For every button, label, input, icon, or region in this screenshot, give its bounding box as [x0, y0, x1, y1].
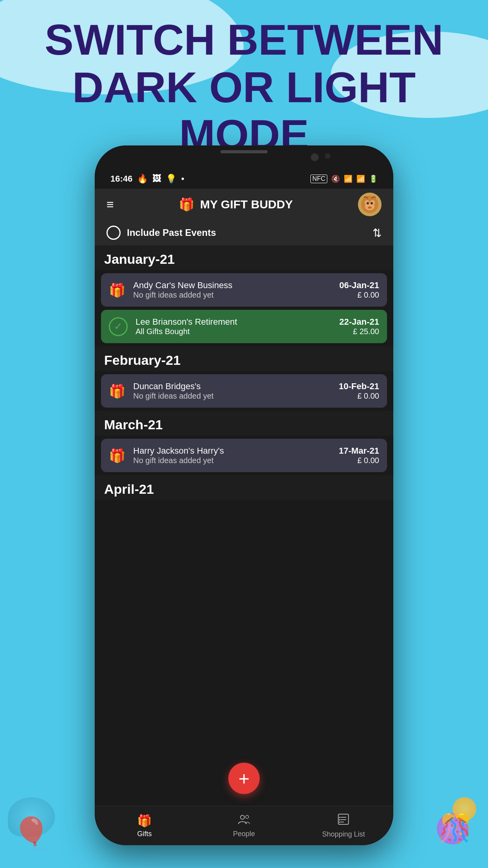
status-icon-image: 🖼	[152, 174, 161, 184]
event-date-lee: 22-Jan-21	[339, 317, 379, 327]
camera-dot-1	[311, 153, 319, 161]
event-name-andy: Andy Car's New Business	[133, 280, 331, 291]
nav-gifts[interactable]: 🎁 Gifts	[95, 814, 194, 838]
section-feb: February-21	[95, 346, 393, 371]
event-date-duncan: 10-Feb-21	[339, 381, 379, 392]
status-bar: 16:46 🔥 🖼 💡 • NFC 🔇 📶 📶 🔋	[95, 169, 393, 189]
event-sub-andy: No gift ideas added yet	[133, 291, 331, 300]
svg-rect-15	[339, 822, 340, 823]
status-mute: 🔇	[331, 175, 340, 183]
fab-add-button[interactable]: +	[228, 763, 260, 794]
section-mar: March-21	[95, 411, 393, 436]
avatar-squirrel	[360, 195, 380, 214]
event-gift-icon-andy: 🎁	[109, 282, 125, 298]
nav-shopping-icon	[338, 813, 349, 828]
event-card-duncan[interactable]: 🎁 Duncan Bridges's No gift ideas added y…	[101, 374, 387, 408]
svg-point-7	[240, 815, 244, 819]
event-card-andy[interactable]: 🎁 Andy Car's New Business No gift ideas …	[101, 273, 387, 307]
decor-balloon-right: 🎊	[438, 812, 472, 844]
status-signal: 📶	[356, 175, 365, 183]
filter-bar: Include Past Events ⇅	[95, 220, 393, 245]
event-name-duncan: Duncan Bridges's	[133, 381, 331, 392]
event-info-andy: Andy Car's New Business No gift ideas ad…	[133, 280, 331, 300]
app-header: ≡ 🎁 MY GIFT BUDDY	[95, 189, 393, 220]
user-avatar[interactable]	[358, 193, 382, 216]
notch-cameras	[311, 153, 330, 161]
app-logo-gift: 🎁	[179, 197, 194, 212]
decor-balloon-left: 🎈	[12, 815, 51, 852]
nav-people-icon	[238, 814, 250, 828]
event-amount-duncan: £ 0.00	[339, 392, 379, 401]
svg-rect-14	[339, 819, 340, 820]
event-right-harry: 17-Mar-21 £ 0.00	[339, 446, 379, 465]
nav-people[interactable]: People	[194, 814, 294, 838]
status-right: NFC 🔇 📶 📶 🔋	[310, 175, 378, 183]
events-list: January-21 🎁 Andy Car's New Business No …	[95, 245, 393, 845]
svg-rect-13	[339, 817, 340, 818]
status-icon-bulb: 💡	[166, 174, 176, 184]
notch-bar	[220, 150, 268, 153]
event-sub-harry: No gift ideas added yet	[133, 456, 331, 465]
menu-button[interactable]: ≡	[106, 197, 114, 212]
app-title: 🎁 MY GIFT BUDDY	[179, 197, 293, 212]
event-name-lee: Lee Brianson's Retirement	[136, 317, 331, 327]
event-sub-duncan: No gift ideas added yet	[133, 392, 331, 401]
event-info-duncan: Duncan Bridges's No gift ideas added yet	[133, 381, 331, 401]
event-info-harry: Harry Jackson's Harry's No gift ideas ad…	[133, 446, 331, 465]
status-dot: •	[181, 174, 184, 184]
filter-left: Include Past Events	[106, 226, 216, 240]
status-time: 16:46	[110, 174, 132, 184]
nav-gifts-label: Gifts	[137, 830, 152, 838]
nav-gifts-icon: 🎁	[137, 814, 152, 828]
bottom-nav: 🎁 Gifts People	[95, 806, 393, 845]
nav-shopping-label: Shopping List	[322, 830, 365, 839]
status-wifi: 📶	[344, 175, 352, 183]
sort-button[interactable]: ⇅	[372, 226, 382, 239]
event-card-harry[interactable]: 🎁 Harry Jackson's Harry's No gift ideas …	[101, 439, 387, 472]
event-right-lee: 22-Jan-21 £ 25.00	[339, 317, 379, 336]
event-right-andy: 06-Jan-21 £ 0.00	[339, 280, 379, 300]
status-icon-fire: 🔥	[137, 174, 148, 184]
section-jan: January-21	[95, 245, 393, 270]
event-amount-lee: £ 25.00	[339, 327, 379, 336]
include-past-toggle[interactable]	[106, 226, 121, 240]
svg-point-8	[246, 815, 249, 818]
event-gift-icon-harry: 🎁	[109, 448, 125, 463]
event-check-icon-lee: ✓	[109, 317, 128, 336]
status-battery: 🔋	[369, 175, 378, 183]
phone-notch	[95, 145, 393, 169]
event-gift-icon-duncan: 🎁	[109, 383, 125, 399]
event-card-lee[interactable]: ✓ Lee Brianson's Retirement All Gifts Bo…	[101, 310, 387, 343]
status-left: 16:46 🔥 🖼 💡 •	[110, 174, 184, 184]
phone-frame: 16:46 🔥 🖼 💡 • NFC 🔇 📶 📶 🔋 ≡ 🎁 MY GIFT BU…	[95, 145, 393, 845]
event-right-duncan: 10-Feb-21 £ 0.00	[339, 381, 379, 401]
svg-point-6	[368, 206, 372, 209]
nav-people-label: People	[233, 830, 255, 838]
svg-point-5	[371, 202, 373, 204]
event-amount-andy: £ 0.00	[339, 291, 379, 300]
event-sub-lee: All Gifts Bought	[136, 327, 331, 336]
camera-dot-2	[325, 153, 330, 159]
event-date-andy: 06-Jan-21	[339, 280, 379, 291]
app-title-text: MY GIFT BUDDY	[200, 198, 293, 211]
section-apr: April-21	[95, 475, 393, 500]
svg-point-4	[367, 202, 369, 204]
headline: SWITCH BETWEEN DARK OR LIGHT MODE	[0, 16, 488, 158]
event-info-lee: Lee Brianson's Retirement All Gifts Boug…	[136, 317, 331, 336]
status-nfc: NFC	[310, 175, 327, 183]
include-past-label: Include Past Events	[127, 227, 216, 238]
event-date-harry: 17-Mar-21	[339, 446, 379, 456]
nav-shopping[interactable]: Shopping List	[294, 813, 393, 839]
event-name-harry: Harry Jackson's Harry's	[133, 446, 331, 456]
event-amount-harry: £ 0.00	[339, 456, 379, 465]
